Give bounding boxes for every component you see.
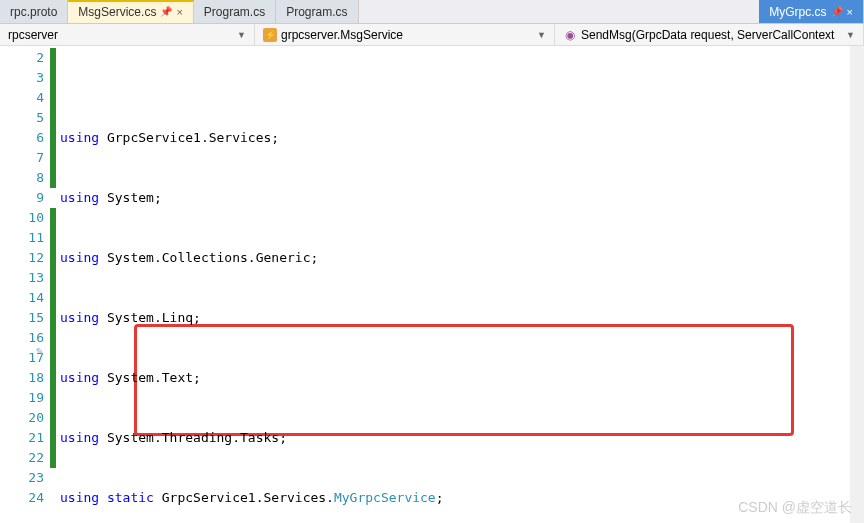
line-numbers: 23456789101112131415161718192021222324 xyxy=(0,46,50,523)
project-selector[interactable]: rpcserver▼ xyxy=(0,24,255,45)
class-selector[interactable]: ⚡grpcserver.MsgService▼ xyxy=(255,24,555,45)
method-icon: ◉ xyxy=(563,28,577,42)
bookmark-icon[interactable]: ✎ xyxy=(36,344,43,358)
tab-msgservice[interactable]: MsgService.cs 📌 × xyxy=(68,0,193,23)
tab-mygrpc[interactable]: MyGrpc.cs 📌 × xyxy=(759,0,864,23)
close-icon[interactable]: × xyxy=(847,6,853,18)
method-selector[interactable]: ◉SendMsg(GrpcData request, ServerCallCon… xyxy=(555,24,864,45)
code-editor[interactable]: 23456789101112131415161718192021222324 u… xyxy=(0,46,864,523)
pin-icon[interactable]: 📌 xyxy=(160,6,172,17)
pin-icon[interactable]: 📌 xyxy=(831,6,843,17)
tab-bar: rpc.proto MsgService.cs 📌 × Program.cs P… xyxy=(0,0,864,24)
nav-bar: rpcserver▼ ⚡grpcserver.MsgService▼ ◉Send… xyxy=(0,24,864,46)
class-icon: ⚡ xyxy=(263,28,277,42)
watermark: CSDN @虚空道长 xyxy=(738,499,852,517)
close-icon[interactable]: × xyxy=(176,6,182,18)
chevron-down-icon: ▼ xyxy=(237,30,246,40)
scrollbar[interactable] xyxy=(850,46,864,523)
code-area[interactable]: using GrpcService1.Services; using Syste… xyxy=(56,46,864,523)
tab-rpc-proto[interactable]: rpc.proto xyxy=(0,0,68,23)
tab-program2[interactable]: Program.cs xyxy=(276,0,358,23)
chevron-down-icon: ▼ xyxy=(846,30,855,40)
tab-program1[interactable]: Program.cs xyxy=(194,0,276,23)
chevron-down-icon: ▼ xyxy=(537,30,546,40)
